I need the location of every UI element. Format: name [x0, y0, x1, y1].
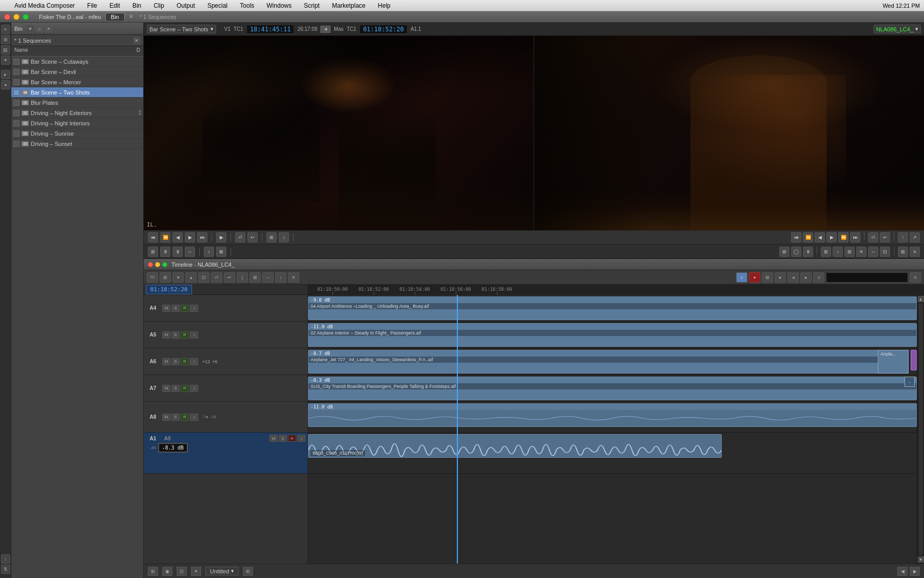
- menu-clip[interactable]: Clip: [151, 2, 166, 9]
- tl-add-edit-btn[interactable]: |: [237, 272, 248, 283]
- track-monitor-a6[interactable]: ♪: [190, 358, 198, 365]
- keyframe-indicator-a7[interactable]: ⬦: [904, 377, 915, 387]
- timeline-close-dot[interactable]: [148, 262, 153, 267]
- track-solo-a4[interactable]: S: [171, 305, 180, 312]
- audio-track-a8[interactable]: -11.0 dB: [308, 402, 917, 433]
- tl-list-btn[interactable]: ≡: [910, 272, 921, 283]
- fader-display-a9[interactable]: -8.3 dB: [158, 443, 188, 453]
- window-maximize-button[interactable]: [23, 14, 29, 20]
- menu-windows[interactable]: Windows: [264, 2, 294, 9]
- bin-item-driving-sunrise[interactable]: ▤ Driving – Sunrise: [11, 128, 143, 139]
- audio-clip-a5[interactable]: -11.0 dB 02 Airplane Interior – Steady I…: [308, 323, 917, 347]
- bin-item-check-2[interactable]: [13, 69, 20, 75]
- play-button[interactable]: ▶: [216, 232, 226, 243]
- menu-script[interactable]: Script: [302, 2, 322, 9]
- tl-zoom-out-btn[interactable]: ▾: [172, 272, 184, 283]
- timeline-current-tc[interactable]: 01:18:52:20: [146, 285, 192, 294]
- menu-file[interactable]: File: [85, 2, 99, 9]
- splice-overwrite-button[interactable]: ⏸: [160, 247, 170, 257]
- bin-item-check-3[interactable]: [13, 79, 20, 85]
- menu-marketplace[interactable]: Marketplace: [330, 2, 368, 9]
- track-mute-a9[interactable]: M: [270, 435, 278, 442]
- fast-rewind-right-button[interactable]: ⏪: [803, 232, 813, 243]
- tool-btn-1[interactable]: ≡: [1, 25, 10, 34]
- segment-mode-button[interactable]: ↕: [204, 247, 214, 257]
- step-fwd-button[interactable]: ▶: [185, 232, 195, 243]
- tl-delete-btn[interactable]: ✕: [288, 272, 299, 283]
- tl-prev-track-btn[interactable]: ◂: [787, 272, 799, 283]
- lasso-button[interactable]: ◯: [791, 247, 801, 257]
- bin-item-driving-int[interactable]: ▤ Driving – Night Interiors: [11, 118, 143, 128]
- audio-track-a9[interactable]: B003_C005_0127RK(G): [308, 433, 917, 474]
- step-fwd-right-button[interactable]: ▶: [826, 232, 837, 243]
- status-btn-4[interactable]: ✦: [191, 567, 201, 576]
- purple-clip-a6[interactable]: [911, 350, 917, 370]
- trim-button[interactable]: ↔: [185, 247, 195, 257]
- tl-audio-btn[interactable]: ♪: [736, 272, 747, 283]
- timeline-scrollbar-right[interactable]: ▲ ▼: [917, 295, 924, 564]
- bin-item-check-8[interactable]: [13, 130, 20, 137]
- tl-snap-btn[interactable]: ⊡: [198, 272, 209, 283]
- bin-item-driving-ext[interactable]: ▤ Driving – Night Exteriors 2: [11, 108, 143, 118]
- splice-button[interactable]: ↕: [279, 232, 289, 243]
- goto-start-right-button[interactable]: ⏮: [791, 232, 801, 243]
- window-close-button[interactable]: [4, 14, 10, 20]
- lift-button[interactable]: ↑: [898, 232, 908, 243]
- sync-lock-button[interactable]: ⊞: [821, 247, 831, 257]
- tl-vol-btn[interactable]: ♬: [813, 272, 824, 283]
- tool-btn-5[interactable]: ▸: [1, 70, 10, 79]
- tl-remove-btn[interactable]: ⊠: [249, 272, 261, 283]
- audio-clip-a7[interactable]: -8.3 dB SUS_City Transit Boarding Passen…: [308, 377, 917, 400]
- dual-roller-button[interactable]: ⊞: [779, 247, 790, 257]
- audio-track-a7[interactable]: -8.3 dB SUS_City Transit Boarding Passen…: [308, 375, 917, 402]
- left-video-panel[interactable]: IL.: [144, 36, 534, 230]
- extract-button[interactable]: ↗: [910, 232, 920, 243]
- status-btn-5[interactable]: ⊞: [243, 567, 253, 576]
- bin-item-bar-twoshots[interactable]: ▤ Bar Scene – Two Shots: [11, 87, 143, 98]
- audio-track-a4[interactable]: -9.0 dB 04 Airport Ambience –Loading _ U…: [308, 295, 917, 322]
- bin-plus-btn[interactable]: +: [45, 25, 52, 32]
- goto-end-button[interactable]: ⏭: [197, 232, 207, 243]
- mark-out-button[interactable]: ↩: [247, 232, 258, 243]
- track-rec-a9[interactable]: R: [288, 435, 296, 442]
- timecode-left[interactable]: 18:41:45:11: [246, 25, 294, 34]
- bin-item-check-9[interactable]: [13, 141, 20, 147]
- tl-mix-btn[interactable]: ⊞: [762, 272, 773, 283]
- track-solo-a8[interactable]: S: [171, 414, 180, 421]
- audio-track-a5[interactable]: -11.0 dB 02 Airplane Interior – Steady I…: [308, 322, 917, 348]
- step-back-button[interactable]: ◀: [172, 232, 183, 243]
- audio-suite-button[interactable]: ♪: [833, 247, 843, 257]
- project-close-icon[interactable]: ✕: [129, 13, 133, 20]
- bin-item-blur[interactable]: ▤ Blur Plates: [11, 98, 143, 108]
- sequence-name-display[interactable]: Untitled ▾: [205, 567, 239, 575]
- goto-end-right-button[interactable]: ⏭: [850, 232, 860, 243]
- tl-mark-out-btn[interactable]: ↩: [224, 272, 235, 283]
- tool-btn-2[interactable]: ⊞: [1, 35, 10, 44]
- tl-tool-1[interactable]: TC: [147, 272, 158, 283]
- audio-clip-a8[interactable]: -11.0 dB: [308, 403, 917, 427]
- project-tab-bin[interactable]: Bin: [105, 13, 125, 21]
- scroll-down-arrow-icon[interactable]: ▼: [918, 556, 924, 563]
- track-mute-a5[interactable]: M: [162, 331, 170, 339]
- track-monitor-a9[interactable]: ♪: [297, 435, 305, 442]
- audio-clip-a6[interactable]: -8.7 dB Airplane_Jet 727_ Int_Landing_Vo…: [308, 350, 909, 374]
- track-monitor-a8[interactable]: ♪: [190, 414, 198, 421]
- slide-button[interactable]: ⊡: [880, 247, 890, 257]
- scroll-up-arrow-icon[interactable]: ▲: [918, 296, 924, 302]
- tool-btn-bottom-2[interactable]: ⇅: [1, 565, 10, 574]
- match-frame-button[interactable]: ⊞: [266, 232, 277, 243]
- tl-zoom-in-btn[interactable]: ▴: [185, 272, 197, 283]
- tl-record-btn[interactable]: ●: [749, 272, 760, 283]
- expand-button[interactable]: ⊞: [898, 247, 908, 257]
- tl-splice-btn[interactable]: ↕: [275, 272, 286, 283]
- timeline-maximize-dot[interactable]: [162, 262, 167, 267]
- sequences-close-btn[interactable]: ✕: [133, 37, 140, 44]
- tool-btn-bottom-1[interactable]: ↕: [1, 554, 10, 564]
- timecode-right[interactable]: 01:18:52:20: [359, 25, 407, 34]
- tl-tool-2[interactable]: ⊞: [160, 272, 171, 283]
- nla-sequence-dropdown[interactable]: NLA086_LC4_ ▾: [874, 25, 921, 33]
- step-back-right-button[interactable]: ◀: [815, 232, 825, 243]
- tool-btn-4[interactable]: ✦: [1, 55, 10, 65]
- window-minimize-button[interactable]: [13, 14, 20, 20]
- tl-next-track-btn[interactable]: ▸: [800, 272, 812, 283]
